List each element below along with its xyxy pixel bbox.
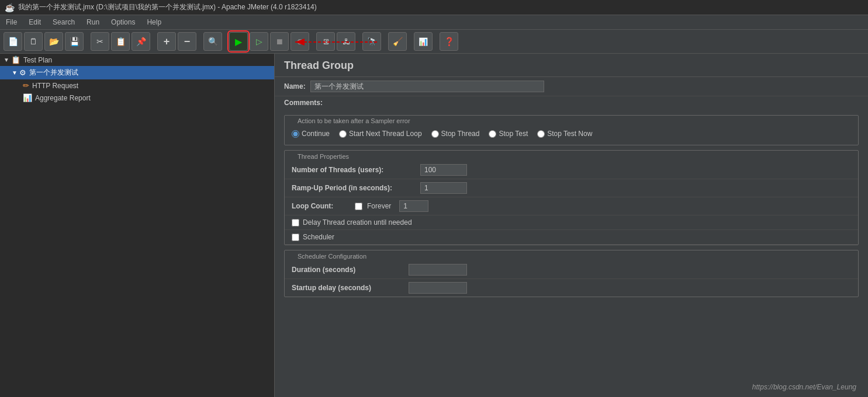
thread-group-label: 第一个并发测试 (29, 68, 78, 78)
delay-thread-label: Delay Thread creation until needed (303, 218, 412, 227)
expand-arrow-thread-group: ▼ (12, 69, 18, 76)
forever-label: Forever (367, 202, 391, 210)
menu-edit[interactable]: Edit (23, 16, 47, 28)
scheduler-row: Scheduler (285, 230, 858, 245)
error-action-legend: Action to be taken after a Sampler error (294, 117, 414, 124)
thread-group-icon: ⚙ (19, 68, 26, 77)
new-button[interactable]: 📄 (4, 32, 22, 51)
name-label: Name: (284, 82, 306, 90)
title-bar: ☕ 我的第一个并发测试.jmx (D:\测试项目\我的第一个并发测试.jmx) … (0, 0, 868, 15)
app-icon: ☕ (5, 3, 15, 12)
title-text: 我的第一个并发测试.jmx (D:\测试项目\我的第一个并发测试.jmx) - … (18, 2, 317, 12)
radio-stop-test-now[interactable]: Stop Test Now (537, 130, 592, 138)
browse-button[interactable]: 🔍 (203, 32, 222, 51)
stop-button[interactable]: ⏹ (270, 32, 289, 51)
http-request-icon: ✏ (23, 81, 29, 90)
binoculars-button[interactable]: 🔭 (362, 32, 381, 51)
menu-options[interactable]: Options (105, 16, 141, 28)
scheduler-label: Scheduler (303, 233, 334, 241)
name-input[interactable] (310, 81, 544, 92)
paste-button[interactable]: 📌 (132, 32, 150, 51)
scheduler-config-section: Scheduler Configuration Duration (second… (284, 250, 859, 297)
thread-properties-title: Thread Properties (294, 153, 352, 160)
menu-file[interactable]: File (0, 16, 23, 28)
radio-stop-test[interactable]: Stop Test (489, 130, 528, 138)
scheduler-checkbox[interactable] (292, 234, 299, 241)
thread-properties-section: Thread Properties Number of Threads (use… (284, 150, 859, 245)
menu-bar: File Edit Search Run Options Help (0, 15, 868, 30)
sidebar-item-aggregate-report[interactable]: 📊 Aggregate Report (0, 92, 274, 104)
sidebar-item-http-request[interactable]: ✏ HTTP Request (0, 79, 274, 92)
sidebar: ▼ 📋 Test Plan ▼ ⚙ 第一个并发测试 ✏ HTTP Request… (0, 54, 275, 397)
add-button[interactable]: + (157, 32, 176, 51)
radio-stop-test-label: Stop Test (499, 130, 528, 138)
cut-button[interactable]: ✂ (91, 32, 109, 51)
aggregate-report-label: Aggregate Report (35, 94, 91, 102)
content-panel: Thread Group Name: Comments: Action to b… (275, 54, 868, 397)
watermark: https://blog.csdn.net/Evan_Leung (752, 383, 856, 391)
menu-help[interactable]: Help (141, 16, 167, 28)
radio-stop-thread[interactable]: Stop Thread (431, 130, 480, 138)
help-button[interactable]: ❓ (440, 32, 458, 51)
duration-label: Duration (seconds) (292, 266, 409, 274)
comments-label: Comments: (284, 99, 323, 107)
radio-stop-test-input[interactable] (489, 130, 496, 138)
ramp-up-input[interactable] (420, 182, 467, 194)
ramp-up-row: Ramp-Up Period (in seconds): (285, 179, 858, 197)
error-action-section: Action to be taken after a Sampler error… (284, 115, 859, 145)
sidebar-item-test-plan[interactable]: ▼ 📋 Test Plan (0, 54, 274, 66)
http-request-label: HTTP Request (32, 82, 78, 90)
menu-search[interactable]: Search (47, 16, 81, 28)
copy-button[interactable]: 📋 (111, 32, 130, 51)
forever-checkbox[interactable] (355, 203, 362, 210)
startup-delay-label: Startup delay (seconds) (292, 284, 409, 292)
radio-continue-input[interactable] (292, 130, 299, 138)
comments-row: Comments: (275, 96, 868, 110)
duration-input[interactable] (409, 264, 467, 276)
radio-stop-test-now-label: Stop Test Now (547, 130, 592, 138)
num-threads-row: Number of Threads (users): (285, 161, 858, 179)
test-plan-icon: 📋 (11, 55, 20, 64)
sidebar-item-thread-group[interactable]: ▼ ⚙ 第一个并发测试 (0, 66, 274, 79)
num-threads-input[interactable] (420, 164, 467, 176)
radio-stop-thread-label: Stop Thread (441, 130, 480, 138)
ramp-up-label: Ramp-Up Period (in seconds): (292, 184, 420, 192)
loop-count-label: Loop Count: (292, 202, 350, 210)
radio-continue[interactable]: Continue (292, 130, 330, 138)
scheduler-config-title: Scheduler Configuration (294, 253, 370, 260)
clear-all-button[interactable]: 🧹 (388, 32, 407, 51)
loop-count-row: Loop Count: Forever (285, 197, 858, 215)
duration-row: Duration (seconds) (285, 261, 858, 279)
num-threads-label: Number of Threads (users): (292, 166, 420, 174)
loop-count-input[interactable] (399, 200, 428, 212)
remote-stop-button[interactable]: 🖧 (337, 32, 355, 51)
save-button[interactable]: 💾 (65, 32, 84, 51)
function-helper-button[interactable]: 📊 (414, 32, 433, 51)
start-button[interactable]: ▶ (229, 32, 248, 51)
aggregate-report-icon: 📊 (23, 93, 32, 102)
radio-continue-label: Continue (302, 130, 330, 138)
open-button[interactable]: 📂 (44, 32, 63, 51)
remote-start-button[interactable]: 🖥 (316, 32, 335, 51)
startup-delay-row: Startup delay (seconds) (285, 279, 858, 297)
radio-start-next-thread-loop-input[interactable] (339, 130, 347, 138)
radio-start-next-thread-loop[interactable]: Start Next Thread Loop (339, 130, 422, 138)
startup-delay-input[interactable] (409, 282, 467, 294)
delay-thread-checkbox[interactable] (292, 219, 299, 227)
main-layout: ▼ 📋 Test Plan ▼ ⚙ 第一个并发测试 ✏ HTTP Request… (0, 54, 868, 397)
radio-stop-test-now-input[interactable] (537, 130, 545, 138)
radio-start-next-thread-loop-label: Start Next Thread Loop (349, 130, 422, 138)
test-plan-label: Test Plan (23, 56, 52, 64)
name-row: Name: (275, 77, 868, 96)
delay-thread-row: Delay Thread creation until needed (285, 215, 858, 230)
menu-run[interactable]: Run (81, 16, 105, 28)
templates-button[interactable]: 🗒 (24, 32, 43, 51)
error-action-radio-group: Continue Start Next Thread Loop Stop Thr… (285, 125, 858, 145)
radio-stop-thread-input[interactable] (431, 130, 439, 138)
toolbar: 📄 🗒 📂 💾 ✂ 📋 📌 + − 🔍 ▶ ▷ ⏹ ⏺ 🖥 🖧 🔭 🧹 📊 ❓ (0, 30, 868, 54)
panel-title: Thread Group (275, 54, 868, 77)
start-no-pauses-button[interactable]: ▷ (250, 32, 268, 51)
remove-button[interactable]: − (178, 32, 196, 51)
expand-arrow-test-plan: ▼ (4, 57, 9, 63)
shutdown-button[interactable]: ⏺ (291, 32, 309, 51)
